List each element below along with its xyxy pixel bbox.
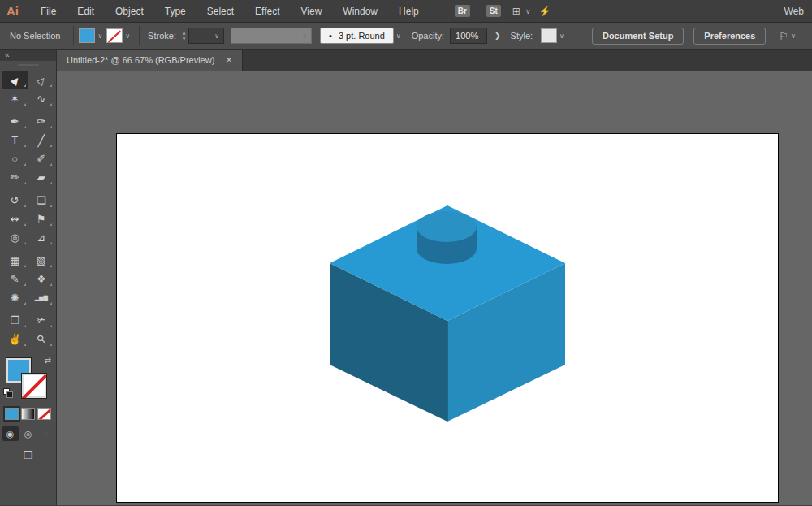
stroke-weight-stepper[interactable]: ∧ ∨ [182, 31, 186, 41]
opacity-input[interactable]: 100% [450, 28, 487, 44]
preferences-button[interactable]: Preferences [693, 28, 766, 45]
stock-button[interactable]: St [486, 5, 501, 17]
shape-builder-tool[interactable]: ◎ [2, 228, 28, 247]
symbol-sprayer-tool[interactable]: ✺ [2, 288, 28, 307]
fill-stroke-indicator: ⇄ [0, 356, 56, 403]
paintbrush-tool[interactable]: ✐ [28, 149, 55, 168]
arrange-documents-icon[interactable]: ⊞ [512, 6, 520, 17]
blend-tool[interactable]: ❖ [28, 270, 55, 288]
magic-wand-tool[interactable]: ✶ [2, 89, 28, 108]
gradient-mode-button[interactable] [21, 408, 35, 420]
width-tool[interactable]: ↭ [2, 210, 28, 228]
workspace-switcher[interactable]: Web [784, 6, 804, 17]
pen-tool[interactable]: ✒ [2, 112, 28, 131]
stepper-down-icon[interactable]: ∨ [182, 36, 186, 41]
width-profile-chevron-icon: ∨ [302, 32, 307, 40]
stroke-weight-dropdown[interactable]: ∨ [188, 28, 224, 44]
type-tool[interactable]: T [2, 131, 28, 149]
draw-behind-button[interactable]: ◎ [20, 426, 37, 441]
fill-color-swatch[interactable] [79, 28, 95, 43]
bridge-button[interactable]: Br [455, 5, 470, 17]
line-segment-tool[interactable]: ╱ [28, 131, 55, 149]
draw-inside-button[interactable]: ◌ [38, 426, 54, 441]
zoom-tool[interactable]: ⚲ [28, 330, 55, 348]
mesh-tool[interactable]: ▦ [2, 251, 28, 270]
draw-normal-button[interactable]: ◉ [2, 426, 19, 441]
menu-item-effect[interactable]: Effect [244, 6, 290, 17]
column-graph-tool[interactable]: ▂▅▇ [28, 288, 55, 307]
mesh-tool-icon: ▦ [10, 254, 19, 266]
gradient-tool[interactable]: ▧ [28, 251, 55, 270]
stroke-proxy-swatch[interactable] [21, 373, 47, 399]
tools-panel-grip[interactable] [0, 61, 56, 69]
perspective-grid-tool[interactable]: ⊿ [28, 228, 55, 247]
puppet-warp-tool-icon: ⚑ [37, 213, 46, 225]
lasso-tool[interactable]: ∿ [28, 89, 55, 108]
menu-item-edit[interactable]: Edit [67, 6, 105, 17]
lasso-tool-icon: ∿ [37, 93, 45, 105]
style-swatch[interactable] [541, 28, 557, 43]
curvature-tool[interactable]: ✑ [28, 112, 55, 131]
default-fill-stroke-icon[interactable] [3, 388, 13, 398]
menu-items: FileEditObjectTypeSelectEffectViewWindow… [30, 6, 430, 17]
direct-selection-tool[interactable]: ▷ [28, 71, 55, 89]
workspace-separator [767, 4, 767, 19]
canvas-background[interactable] [57, 71, 812, 505]
tools-panel-collapse[interactable]: « [0, 50, 56, 61]
document-tab-title: Untitled-2* @ 66.67% (RGB/Preview) [67, 55, 214, 65]
document-tab-bar: Untitled-2* @ 66.67% (RGB/Preview) ✕ [57, 50, 812, 71]
style-label[interactable]: Style: [511, 31, 533, 41]
opacity-label[interactable]: Opacity: [412, 31, 444, 41]
artboard[interactable] [116, 133, 779, 503]
eyedropper-tool[interactable]: ✎ [2, 270, 28, 288]
stroke-chevron-icon[interactable]: ∨ [125, 32, 130, 40]
zoom-tool-icon: ⚲ [34, 332, 48, 346]
opacity-arrow-icon[interactable]: ❯ [495, 32, 501, 40]
shape-builder-tool-icon: ◎ [11, 231, 19, 244]
scale-tool-icon: ❏ [37, 194, 46, 206]
type-tool-icon: T [11, 134, 18, 146]
slice-tool[interactable]: ✃ [28, 311, 55, 330]
magic-wand-tool-icon: ✶ [11, 93, 19, 105]
selection-tool[interactable]: ▶ [2, 71, 28, 89]
menu-item-help[interactable]: Help [388, 6, 430, 17]
menu-item-window[interactable]: Window [332, 6, 388, 17]
tab-close-icon[interactable]: ✕ [226, 56, 232, 64]
sync-status-icon[interactable]: ⚡ [539, 6, 551, 17]
brush-bullet-icon: • [329, 31, 332, 41]
menu-item-object[interactable]: Object [105, 6, 154, 17]
arrange-documents-chevron-icon[interactable]: ∨ [525, 7, 531, 15]
menu-item-select[interactable]: Select [197, 6, 244, 17]
stroke-weight-label[interactable]: Stroke: [148, 31, 176, 41]
brush-chevron-icon[interactable]: ∨ [396, 32, 401, 40]
shaper-tool[interactable]: ✏ [2, 168, 28, 187]
ellipse-tool[interactable]: ○ [2, 149, 28, 168]
eraser-tool[interactable]: ▰ [28, 168, 55, 187]
none-mode-button[interactable] [37, 408, 51, 420]
hand-tool[interactable]: ✌ [2, 330, 28, 348]
lego-brick-artwork[interactable] [117, 134, 780, 504]
stroke-color-swatch[interactable] [106, 28, 123, 43]
menu-item-view[interactable]: View [291, 6, 333, 17]
menu-item-file[interactable]: File [30, 6, 67, 17]
workspace-tool-chevron-icon[interactable]: ∨ [791, 32, 796, 40]
workspace-tool-icon[interactable]: ⚐ [779, 30, 788, 42]
change-screen-mode-button[interactable]: ❒ [24, 449, 33, 461]
color-mode-button[interactable] [5, 408, 19, 420]
stroke-weight-chevron-icon[interactable]: ∨ [214, 32, 219, 40]
fill-chevron-icon[interactable]: ∨ [97, 32, 102, 40]
puppet-warp-tool[interactable]: ⚑ [28, 210, 55, 228]
scale-tool[interactable]: ❏ [28, 191, 55, 210]
artboard-tool[interactable]: ❐ [2, 311, 28, 330]
style-chevron-icon[interactable]: ∨ [559, 32, 564, 40]
direct-selection-tool-icon: ▷ [34, 73, 48, 86]
swap-fill-stroke-icon[interactable]: ⇄ [45, 356, 51, 365]
menu-item-type[interactable]: Type [154, 6, 197, 17]
rotate-tool[interactable]: ↺ [2, 191, 28, 210]
document-setup-button[interactable]: Document Setup [592, 28, 684, 45]
drawing-mode-buttons: ◉◎◌ [0, 426, 56, 441]
document-tab[interactable]: Untitled-2* @ 66.67% (RGB/Preview) ✕ [57, 50, 243, 71]
artboard-tool-icon: ❐ [10, 314, 19, 327]
brush-definition-dropdown[interactable]: • 3 pt. Round [320, 28, 394, 44]
eraser-tool-icon: ▰ [37, 171, 45, 184]
